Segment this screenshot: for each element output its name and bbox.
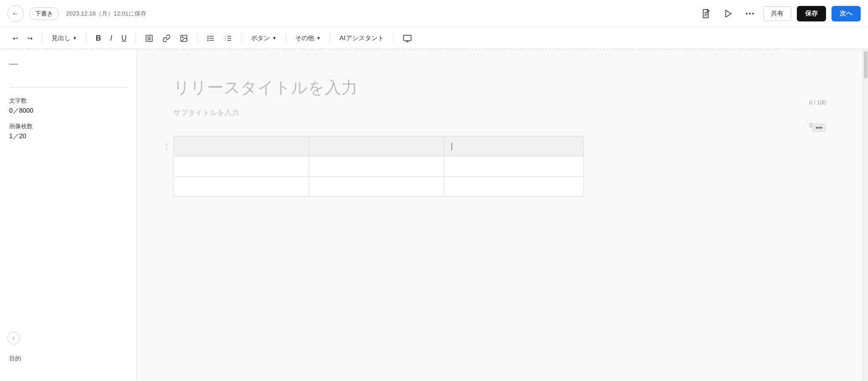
format-group: B I U [92, 32, 130, 44]
title-placeholder[interactable]: リリースタイトルを入力 [173, 77, 826, 99]
svg-point-10 [182, 37, 183, 37]
sidebar-divider [9, 87, 127, 88]
table-wrapper: ••• ⋮ [173, 136, 826, 197]
table-cell[interactable]: ⋮ [174, 136, 309, 157]
play-icon[interactable] [721, 6, 736, 21]
save-button[interactable]: 保存 [797, 6, 826, 21]
underline-button[interactable]: U [118, 32, 130, 44]
align-button[interactable] [141, 32, 157, 44]
back-button[interactable]: ← [7, 5, 24, 22]
scrollbar-thumb[interactable] [864, 51, 868, 78]
table-row [174, 177, 584, 197]
table-cell[interactable] [309, 177, 444, 197]
divider-5 [241, 34, 242, 43]
svg-point-14 [208, 36, 209, 37]
svg-marker-4 [726, 10, 731, 17]
content-area[interactable]: リリースタイトルを入力 0 / 100 サブタイトルを入力 0 / 100 ••… [137, 49, 863, 381]
ordered-list-button[interactable]: 1 2 3 [220, 32, 236, 44]
svg-point-16 [208, 40, 209, 41]
table-cell[interactable] [309, 136, 444, 157]
divider-3 [135, 34, 136, 43]
share-button[interactable]: 共有 [763, 6, 791, 21]
table-more-button[interactable]: ••• [812, 123, 826, 132]
toolbar: ↩ ↪ 見出し ▼ B I U [0, 27, 868, 49]
table-cell[interactable] [174, 157, 309, 177]
divider-2 [86, 34, 87, 43]
preview-button[interactable] [399, 32, 416, 45]
ai-group: AIアシスタント [336, 32, 387, 44]
sidebar-purpose-label: 目的 [9, 355, 21, 363]
table-cell[interactable] [309, 157, 444, 177]
text-cursor [452, 143, 452, 150]
table-cell-cursor[interactable] [444, 136, 584, 157]
save-time: 2023.12.18（月）12:01に保存 [66, 10, 146, 18]
divider-1 [42, 34, 42, 43]
table-row: ⋮ [174, 136, 584, 157]
svg-text:2: 2 [225, 37, 226, 39]
image-count-value: 1／20 [9, 132, 127, 141]
other-dropdown[interactable]: その他 ▼ [291, 32, 324, 44]
ai-assistant-button[interactable]: AIアシスタント [336, 32, 387, 44]
subtitle-placeholder[interactable]: サブタイトルを入力 [173, 108, 826, 118]
heading-group: 見出し ▼ [48, 32, 81, 44]
preview-group [399, 32, 416, 45]
divider-8 [393, 34, 394, 43]
divider-6 [286, 34, 286, 43]
sidebar-collapse-button[interactable]: ‹ [7, 332, 20, 344]
char-count-label: 文字数 [9, 97, 127, 105]
next-button[interactable]: 次へ [832, 6, 861, 21]
document-icon[interactable] [699, 6, 714, 21]
unordered-list-button[interactable] [203, 32, 218, 44]
subtitle-section: サブタイトルを入力 0 / 100 [173, 108, 826, 118]
undo-redo-group: ↩ ↪ [9, 33, 36, 44]
table-cell[interactable] [444, 177, 584, 197]
scrollbar-track[interactable] [863, 49, 868, 381]
image-count-label: 画像枚数 [9, 122, 127, 130]
image-button[interactable] [176, 32, 192, 44]
redo-button[interactable]: ↪ [24, 33, 36, 44]
link-button[interactable] [159, 32, 174, 44]
svg-text:3: 3 [225, 39, 226, 41]
table-cell[interactable] [174, 177, 309, 197]
table-cell[interactable] [444, 157, 584, 177]
title-section: リリースタイトルを入力 0 / 100 [173, 77, 826, 99]
button-group: ボタン ▼ [247, 32, 280, 44]
row-handle-icon[interactable]: ⋮ [163, 142, 170, 151]
button-dropdown[interactable]: ボタン ▼ [247, 32, 280, 44]
sidebar-dash: — [9, 58, 127, 69]
bold-button[interactable]: B [92, 32, 105, 44]
sidebar: — 文字数 0／8000 画像枚数 1／20 ‹ 目的 [0, 49, 137, 381]
main-layout: — 文字数 0／8000 画像枚数 1／20 ‹ 目的 リリースタイトルを入力 … [0, 49, 868, 381]
draft-badge[interactable]: 下書き [29, 7, 59, 20]
content-table: ⋮ [173, 136, 584, 197]
other-group: その他 ▼ [291, 32, 324, 44]
svg-point-15 [208, 38, 209, 39]
table-row [174, 157, 584, 177]
svg-rect-23 [403, 35, 411, 41]
undo-button[interactable]: ↩ [9, 33, 22, 44]
char-count-value: 0／8000 [9, 107, 127, 115]
insert-group [141, 32, 192, 44]
heading-dropdown[interactable]: 見出し ▼ [48, 32, 81, 44]
italic-button[interactable]: I [106, 32, 115, 44]
divider-7 [330, 34, 330, 43]
divider-4 [197, 34, 198, 43]
title-char-count: 0 / 100 [809, 99, 826, 106]
svg-text:1: 1 [225, 35, 226, 37]
list-group: 1 2 3 [203, 32, 236, 44]
more-options-icon[interactable]: ••• [743, 6, 758, 21]
header-icons: ••• [699, 6, 758, 21]
header: ← 下書き 2023.12.18（月）12:01に保存 ••• 共有 保存 次へ [0, 0, 868, 27]
